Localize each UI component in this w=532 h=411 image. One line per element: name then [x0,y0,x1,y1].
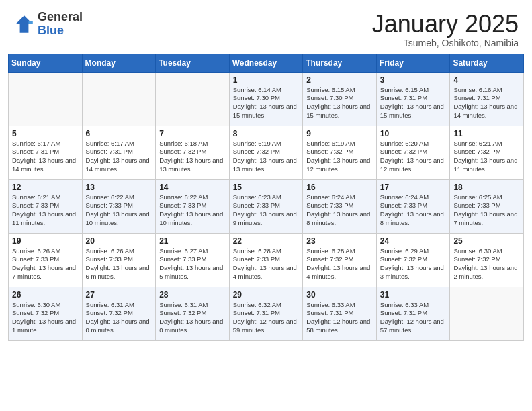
title-block: January 2025 Tsumeb, Oshikoto, Namibia [372,11,519,48]
day-info: Sunrise: 6:16 AM Sunset: 7:31 PM Dayligh… [453,86,520,120]
logo-icon [13,13,35,35]
day-info: Sunrise: 6:22 AM Sunset: 7:33 PM Dayligh… [159,193,226,228]
col-header-thursday: Thursday [303,54,377,72]
logo: General Blue [13,11,83,38]
day-number: 21 [159,236,226,246]
day-info: Sunrise: 6:28 AM Sunset: 7:33 PM Dayligh… [233,247,300,281]
day-number: 12 [12,183,79,192]
week-row-4: 19Sunrise: 6:26 AM Sunset: 7:33 PM Dayli… [9,233,524,287]
week-row-1: 1Sunrise: 6:14 AM Sunset: 7:30 PM Daylig… [9,72,524,126]
day-number: 4 [453,75,520,85]
day-info: Sunrise: 6:32 AM Sunset: 7:31 PM Dayligh… [233,301,300,335]
day-number: 20 [86,236,152,246]
day-cell: 31Sunrise: 6:33 AM Sunset: 7:31 PM Dayli… [376,287,450,340]
day-info: Sunrise: 6:24 AM Sunset: 7:33 PM Dayligh… [306,193,373,228]
day-info: Sunrise: 6:30 AM Sunset: 7:32 PM Dayligh… [453,247,520,281]
day-info: Sunrise: 6:17 AM Sunset: 7:31 PM Dayligh… [12,140,79,174]
day-number: 18 [453,183,520,192]
day-cell: 29Sunrise: 6:32 AM Sunset: 7:31 PM Dayli… [229,287,303,340]
day-cell: 22Sunrise: 6:28 AM Sunset: 7:33 PM Dayli… [229,233,303,287]
day-number: 7 [159,129,226,138]
day-cell: 13Sunrise: 6:22 AM Sunset: 7:33 PM Dayli… [82,179,156,233]
day-number: 16 [306,183,373,192]
week-row-5: 26Sunrise: 6:30 AM Sunset: 7:32 PM Dayli… [9,287,524,340]
day-info: Sunrise: 6:26 AM Sunset: 7:33 PM Dayligh… [12,247,79,281]
day-cell: 24Sunrise: 6:29 AM Sunset: 7:32 PM Dayli… [376,233,450,287]
day-number: 22 [233,236,300,246]
day-number: 25 [453,236,520,246]
day-cell: 1Sunrise: 6:14 AM Sunset: 7:30 PM Daylig… [229,72,303,126]
logo-blue-text: Blue [38,24,83,38]
day-cell: 16Sunrise: 6:24 AM Sunset: 7:33 PM Dayli… [303,179,377,233]
day-info: Sunrise: 6:15 AM Sunset: 7:31 PM Dayligh… [380,86,447,120]
logo-text: General Blue [38,11,83,38]
day-info: Sunrise: 6:14 AM Sunset: 7:30 PM Dayligh… [233,86,300,120]
day-number: 27 [86,290,152,300]
day-info: Sunrise: 6:24 AM Sunset: 7:33 PM Dayligh… [380,193,447,228]
day-cell: 2Sunrise: 6:15 AM Sunset: 7:30 PM Daylig… [303,72,377,126]
day-number: 14 [159,183,226,192]
day-number: 26 [12,290,79,300]
day-cell: 5Sunrise: 6:17 AM Sunset: 7:31 PM Daylig… [9,126,83,179]
day-number: 23 [306,236,373,246]
day-cell: 14Sunrise: 6:22 AM Sunset: 7:33 PM Dayli… [156,179,230,233]
day-cell: 12Sunrise: 6:21 AM Sunset: 7:33 PM Dayli… [9,179,83,233]
calendar-header-row: SundayMondayTuesdayWednesdayThursdayFrid… [9,54,524,72]
day-info: Sunrise: 6:21 AM Sunset: 7:32 PM Dayligh… [453,140,520,174]
day-cell: 15Sunrise: 6:23 AM Sunset: 7:33 PM Dayli… [229,179,303,233]
day-number: 29 [233,290,300,300]
calendar-container: SundayMondayTuesdayWednesdayThursdayFrid… [0,54,532,349]
col-header-sunday: Sunday [9,54,83,72]
day-number: 2 [306,75,373,85]
day-info: Sunrise: 6:19 AM Sunset: 7:32 PM Dayligh… [233,140,300,174]
day-cell: 30Sunrise: 6:33 AM Sunset: 7:31 PM Dayli… [303,287,377,340]
day-cell [9,72,83,126]
week-row-2: 5Sunrise: 6:17 AM Sunset: 7:31 PM Daylig… [9,126,524,179]
day-info: Sunrise: 6:25 AM Sunset: 7:33 PM Dayligh… [453,193,520,228]
day-number: 6 [86,129,152,138]
day-cell [156,72,230,126]
day-number: 31 [380,290,447,300]
day-number: 3 [380,75,447,85]
day-cell: 11Sunrise: 6:21 AM Sunset: 7:32 PM Dayli… [450,126,524,179]
day-info: Sunrise: 6:18 AM Sunset: 7:32 PM Dayligh… [159,140,226,174]
col-header-monday: Monday [82,54,156,72]
day-info: Sunrise: 6:20 AM Sunset: 7:32 PM Dayligh… [380,140,447,174]
day-cell: 26Sunrise: 6:30 AM Sunset: 7:32 PM Dayli… [9,287,83,340]
day-number: 24 [380,236,447,246]
col-header-friday: Friday [376,54,450,72]
calendar-table: SundayMondayTuesdayWednesdayThursdayFrid… [8,54,524,341]
day-info: Sunrise: 6:26 AM Sunset: 7:33 PM Dayligh… [86,247,152,281]
day-cell [82,72,156,126]
day-number: 9 [306,129,373,138]
day-number: 13 [86,183,152,192]
col-header-wednesday: Wednesday [229,54,303,72]
day-info: Sunrise: 6:29 AM Sunset: 7:32 PM Dayligh… [380,247,447,281]
day-info: Sunrise: 6:28 AM Sunset: 7:32 PM Dayligh… [306,247,373,281]
day-cell: 19Sunrise: 6:26 AM Sunset: 7:33 PM Dayli… [9,233,83,287]
col-header-saturday: Saturday [450,54,524,72]
day-cell: 21Sunrise: 6:27 AM Sunset: 7:33 PM Dayli… [156,233,230,287]
day-info: Sunrise: 6:17 AM Sunset: 7:31 PM Dayligh… [86,140,152,174]
header: General Blue January 2025 Tsumeb, Oshiko… [0,0,532,54]
day-number: 1 [233,75,300,85]
day-number: 10 [380,129,447,138]
day-cell: 10Sunrise: 6:20 AM Sunset: 7:32 PM Dayli… [376,126,450,179]
day-info: Sunrise: 6:33 AM Sunset: 7:31 PM Dayligh… [306,301,373,335]
week-row-3: 12Sunrise: 6:21 AM Sunset: 7:33 PM Dayli… [9,179,524,233]
day-number: 5 [12,129,79,138]
day-info: Sunrise: 6:33 AM Sunset: 7:31 PM Dayligh… [380,301,447,335]
day-number: 17 [380,183,447,192]
day-cell: 18Sunrise: 6:25 AM Sunset: 7:33 PM Dayli… [450,179,524,233]
day-number: 8 [233,129,300,138]
day-cell: 4Sunrise: 6:16 AM Sunset: 7:31 PM Daylig… [450,72,524,126]
day-cell: 9Sunrise: 6:19 AM Sunset: 7:32 PM Daylig… [303,126,377,179]
day-cell: 8Sunrise: 6:19 AM Sunset: 7:32 PM Daylig… [229,126,303,179]
day-info: Sunrise: 6:22 AM Sunset: 7:33 PM Dayligh… [86,193,152,228]
day-cell: 7Sunrise: 6:18 AM Sunset: 7:32 PM Daylig… [156,126,230,179]
day-info: Sunrise: 6:31 AM Sunset: 7:32 PM Dayligh… [86,301,152,335]
day-info: Sunrise: 6:30 AM Sunset: 7:32 PM Dayligh… [12,301,79,335]
day-info: Sunrise: 6:21 AM Sunset: 7:33 PM Dayligh… [12,193,79,228]
day-number: 15 [233,183,300,192]
day-cell: 17Sunrise: 6:24 AM Sunset: 7:33 PM Dayli… [376,179,450,233]
